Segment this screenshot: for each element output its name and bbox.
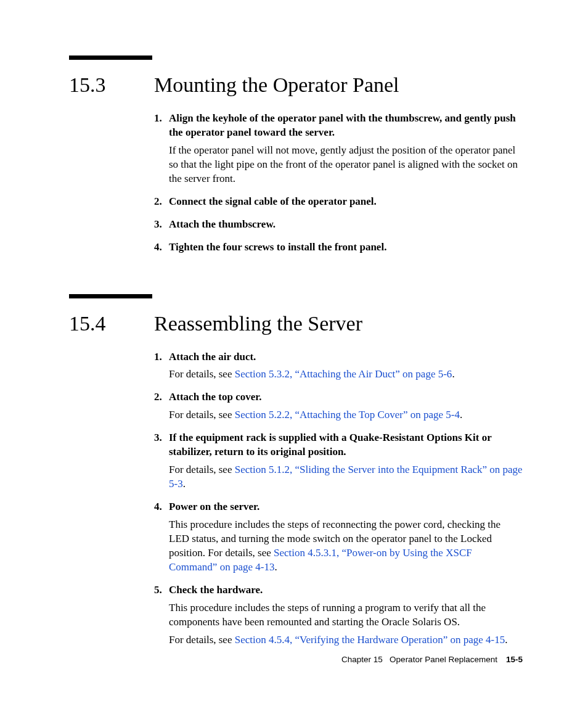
section-heading: 15.3 Mounting the Operator Panel (69, 73, 523, 97)
step-paragraph: If the operator panel will not move, gen… (169, 144, 523, 186)
section-title: Mounting the Operator Panel (154, 73, 399, 97)
step: 2. Connect the signal cable of the opera… (154, 195, 523, 209)
step-title: Check the hardware. (169, 583, 523, 597)
step: 1. Attach the air duct. For details, see… (154, 350, 523, 382)
step-number: 3. (154, 218, 165, 232)
cross-reference-link[interactable]: Section 4.5.4, “Verifying the Hardware O… (235, 634, 505, 646)
step: 1. Align the keyhole of the operator pan… (154, 112, 523, 186)
step: 4. Tighten the four screws to install th… (154, 240, 523, 255)
step-title: If the equipment rack is supplied with a… (169, 431, 523, 459)
footer-chapter-title: Operator Panel Replacement (390, 655, 497, 664)
step-paragraph: For details, see Section 5.1.2, “Sliding… (169, 463, 523, 491)
section-body: 1. Align the keyhole of the operator pan… (154, 112, 523, 255)
step-paragraph: For details, see Section 5.3.2, “Attachi… (169, 367, 523, 382)
step-title: Attach the air duct. (169, 350, 523, 364)
step: 3. If the equipment rack is supplied wit… (154, 431, 523, 491)
step-number: 3. (154, 431, 165, 491)
step: 3. Attach the thumbscrew. (154, 218, 523, 232)
footer-page-number: 15-5 (506, 655, 523, 664)
step-number: 5. (154, 583, 165, 647)
section-number: 15.3 (69, 73, 154, 97)
step: 2. Attach the top cover. For details, se… (154, 390, 523, 422)
cross-reference-link[interactable]: Section 5.2.2, “Attaching the Top Cover”… (235, 409, 460, 421)
step-title: Tighten the four screws to install the f… (169, 240, 523, 255)
section-heading: 15.4 Reassembling the Server (69, 312, 523, 335)
step-title: Attach the top cover. (169, 390, 523, 404)
step: 4. Power on the server. This procedure i… (154, 500, 523, 575)
step-title: Power on the server. (169, 500, 523, 514)
step-number: 4. (154, 240, 165, 255)
step-number: 2. (154, 390, 165, 422)
step: 5. Check the hardware. This procedure in… (154, 583, 523, 647)
step-number: 4. (154, 500, 165, 575)
step-paragraph: This procedure includes the steps of rec… (169, 518, 523, 575)
cross-reference-link[interactable]: Section 5.3.2, “Attaching the Air Duct” … (235, 368, 452, 380)
footer-chapter: Chapter 15 (341, 655, 383, 664)
step-title: Attach the thumbscrew. (169, 218, 523, 232)
section-rule (69, 294, 152, 298)
step-paragraph: This procedure includes the steps of run… (169, 601, 523, 630)
step-number: 1. (154, 112, 165, 186)
section-title: Reassembling the Server (154, 312, 362, 335)
step-paragraph: For details, see Section 4.5.4, “Verifyi… (169, 633, 523, 647)
section-rule (69, 55, 152, 60)
step-number: 2. (154, 195, 165, 209)
step-paragraph: For details, see Section 5.2.2, “Attachi… (169, 408, 523, 422)
step-title: Align the keyhole of the operator panel … (169, 112, 523, 140)
section-number: 15.4 (69, 312, 154, 335)
step-title: Connect the signal cable of the operator… (169, 195, 523, 209)
step-number: 1. (154, 350, 165, 382)
page-footer: Chapter 15 Operator Panel Replacement15-… (341, 655, 523, 664)
page: 15.3 Mounting the Operator Panel 1. Alig… (0, 0, 588, 647)
section-body: 1. Attach the air duct. For details, see… (154, 350, 523, 647)
